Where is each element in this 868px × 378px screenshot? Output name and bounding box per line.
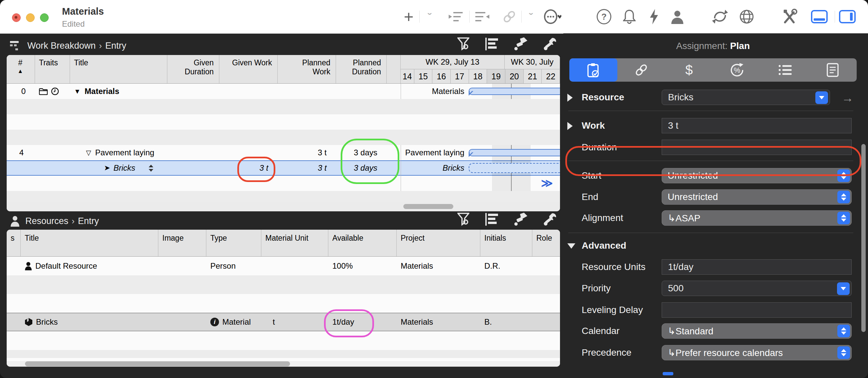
table-row-bricks-resource[interactable]: Bricks i Material t 1t/day Materials B.	[7, 313, 560, 331]
combo-chevron-button[interactable]	[837, 282, 850, 295]
column-header-planned-work[interactable]: Planned Work	[278, 55, 336, 83]
resource-title-cell[interactable]: Default Resource	[21, 257, 158, 275]
outline-icon[interactable]	[485, 213, 498, 226]
table-row-empty[interactable]	[7, 331, 560, 350]
table-row-empty[interactable]	[7, 350, 560, 358]
jump-to-resource-arrow[interactable]: →	[842, 91, 854, 105]
alignment-popup[interactable]: ↳ASAP	[662, 210, 852, 226]
popup-stepper-icon[interactable]	[837, 346, 850, 359]
partial-checkbox[interactable]	[663, 372, 673, 375]
style-brush-icon[interactable]	[514, 213, 527, 226]
column-header-planned-duration[interactable]: Planned Duration	[336, 55, 387, 83]
breadcrumb-view[interactable]: Work Breakdown	[27, 41, 96, 51]
type-cell[interactable]: Person	[206, 257, 261, 275]
project-cell[interactable]: Materials	[397, 257, 480, 275]
gantt-row-bricks[interactable]: Bricks	[401, 160, 560, 176]
add-item-chevron[interactable]: ˇ	[423, 9, 436, 25]
given-duration-cell[interactable]	[167, 160, 219, 176]
project-cell[interactable]: Materials	[397, 313, 480, 331]
gantt-row-materials[interactable]: Materials	[401, 84, 560, 99]
more-actions-button[interactable]	[542, 9, 563, 25]
image-cell[interactable]	[158, 313, 206, 331]
disclosure-triangle[interactable]	[567, 122, 573, 130]
duration-input[interactable]	[662, 140, 852, 155]
planned-duration-cell[interactable]: 3 days	[336, 160, 387, 176]
zoom-button[interactable]	[40, 13, 49, 22]
tab-checklist[interactable]	[761, 58, 809, 82]
priority-combobox[interactable]: 500	[662, 281, 852, 296]
work-input[interactable]: 3 t	[662, 118, 852, 133]
popup-stepper-icon[interactable]	[837, 212, 850, 224]
breadcrumb-mode[interactable]: Entry	[78, 216, 99, 226]
initials-cell[interactable]: D.R.	[480, 257, 532, 275]
add-item-button[interactable]: +	[401, 9, 416, 25]
table-row-empty[interactable]	[7, 130, 560, 145]
style-brush-icon[interactable]	[514, 37, 527, 51]
given-work-cell[interactable]: 3 t	[219, 160, 278, 176]
disclosure-triangle[interactable]	[567, 94, 573, 102]
outline-icon[interactable]	[485, 38, 498, 50]
scrollbar-thumb[interactable]	[25, 361, 290, 366]
leveling-delay-input[interactable]	[662, 302, 852, 318]
table-row-empty[interactable]	[7, 191, 560, 202]
gantt-row-pavement[interactable]: Pavement laying	[401, 145, 560, 160]
assignment-title-cell[interactable]: ➤ Bricks	[70, 160, 167, 176]
table-row-empty[interactable]	[7, 294, 560, 313]
link-chevron[interactable]: ˇ	[524, 9, 537, 25]
filter-icon[interactable]	[457, 37, 469, 51]
gantt-assignment-bar[interactable]	[469, 163, 560, 173]
table-row-empty[interactable]	[7, 275, 560, 294]
popup-stepper-icon[interactable]	[837, 169, 850, 182]
precedence-popup[interactable]: ↳Prefer resource calendars	[662, 345, 852, 360]
table-row-empty[interactable]	[7, 114, 560, 130]
table-row-empty[interactable]: ≫	[7, 176, 560, 191]
task-title-cell[interactable]: ▼ Materials	[70, 84, 167, 99]
resources-horizontal-scrollbar[interactable]	[7, 361, 560, 367]
column-header-type[interactable]: Type	[206, 230, 261, 256]
toggle-bottom-panel-button[interactable]	[811, 9, 828, 25]
sync-button[interactable]	[711, 9, 728, 25]
breadcrumb-view[interactable]: Resources	[25, 216, 68, 226]
table-row-bricks-assignment[interactable]: ➤ Bricks 3 t 3 t 3 days Bricks	[7, 160, 560, 176]
outdent-button[interactable]	[473, 9, 492, 25]
settings-tools-button[interactable]	[781, 9, 798, 25]
tab-plan[interactable]	[569, 58, 617, 82]
actions-button[interactable]	[647, 9, 661, 25]
popup-stepper-icon[interactable]	[837, 325, 850, 337]
column-header-role[interactable]: Role	[532, 230, 560, 256]
toggle-right-panel-button[interactable]	[839, 9, 856, 25]
available-cell[interactable]: 1t/day	[328, 313, 397, 331]
material-unit-cell[interactable]	[261, 257, 328, 275]
end-popup[interactable]: Unrestricted	[662, 189, 852, 205]
stepper-icon[interactable]	[149, 165, 153, 172]
column-header-material-unit[interactable]: Material Unit	[261, 230, 328, 256]
table-row-default-resource[interactable]: Default Resource Person 100% Materials D…	[7, 257, 560, 275]
column-header-available[interactable]: Available	[328, 230, 397, 256]
account-button[interactable]	[669, 9, 685, 25]
filter-icon[interactable]	[457, 213, 469, 226]
resource-title-cell[interactable]: Bricks	[21, 313, 158, 331]
initials-cell[interactable]: B.	[480, 313, 532, 331]
tab-notes[interactable]	[809, 58, 857, 82]
planned-work-cell[interactable]: 3 t	[278, 145, 336, 160]
task-title-cell[interactable]: ▽ Pavement laying	[70, 145, 167, 160]
publish-button[interactable]	[739, 9, 755, 25]
disclosure-triangle[interactable]: ▼	[74, 88, 81, 95]
column-header-title[interactable]: Title	[21, 230, 158, 256]
table-row-pavement-laying[interactable]: 4 ▽ Pavement laying 3 t 3 days Pavement …	[7, 145, 560, 160]
image-cell[interactable]	[158, 257, 206, 275]
link-tasks-button[interactable]	[501, 9, 518, 25]
gantt-task-bar[interactable]	[469, 149, 560, 156]
inspector-scrollbar[interactable]	[861, 144, 866, 332]
disclosure-triangle[interactable]: ▽	[86, 149, 91, 157]
settings-wrench-icon[interactable]	[543, 37, 557, 51]
column-header-given-duration[interactable]: Given Duration	[167, 55, 219, 83]
column-header-number[interactable]: # ▲	[7, 55, 35, 83]
column-header-traits-partial[interactable]: s	[7, 230, 21, 256]
role-cell[interactable]	[532, 257, 560, 275]
info-icon[interactable]: i	[210, 318, 219, 326]
column-header-image[interactable]: Image	[158, 230, 206, 256]
wbs-horizontal-scrollbar[interactable]	[7, 202, 560, 211]
tab-cost[interactable]: $	[665, 58, 713, 82]
close-button[interactable]	[12, 13, 21, 22]
